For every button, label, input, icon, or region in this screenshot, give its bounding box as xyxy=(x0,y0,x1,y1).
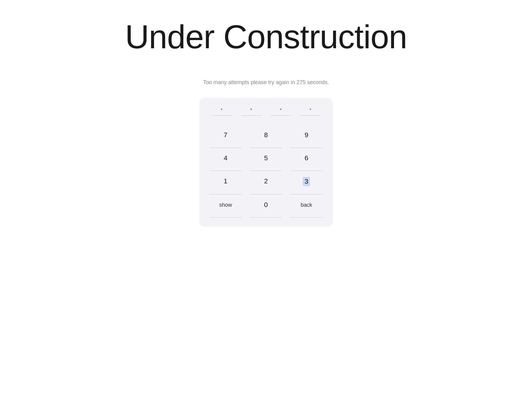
key-9[interactable]: 9 xyxy=(286,125,327,148)
pin-cell-1: * xyxy=(211,107,232,116)
pin-dot-4: * xyxy=(310,107,311,113)
pin-line-2 xyxy=(241,115,262,116)
key-4[interactable]: 4 xyxy=(205,148,246,171)
key-back-label: back xyxy=(301,201,312,209)
key-8[interactable]: 8 xyxy=(246,125,286,148)
key-0[interactable]: 0 xyxy=(246,195,286,218)
pin-dot-3: * xyxy=(280,107,281,113)
key-9-label: 9 xyxy=(305,131,308,139)
key-4-label: 4 xyxy=(224,154,227,162)
keypad-container: * * * * 7 8 9 4 5 xyxy=(199,98,333,227)
key-show[interactable]: show xyxy=(205,195,246,218)
keypad-grid: 7 8 9 4 5 6 1 2 3 show xyxy=(205,125,327,218)
key-8-label: 8 xyxy=(264,131,268,139)
key-back[interactable]: back xyxy=(286,195,327,218)
key-5-label: 5 xyxy=(264,154,268,162)
key-3[interactable]: 3 xyxy=(286,171,327,195)
message-text: Too many attempts please try again in 27… xyxy=(203,79,329,86)
pin-display: * * * * xyxy=(205,107,327,116)
key-2-label: 2 xyxy=(264,177,268,185)
page-title: Under Construction xyxy=(125,18,407,55)
pin-cell-4: * xyxy=(300,107,321,116)
key-0-label: 0 xyxy=(264,201,268,209)
key-6-label: 6 xyxy=(305,154,308,162)
pin-dot-1: * xyxy=(221,107,222,113)
key-5[interactable]: 5 xyxy=(246,148,286,171)
key-1[interactable]: 1 xyxy=(205,171,246,195)
pin-line-1 xyxy=(211,115,232,116)
key-6[interactable]: 6 xyxy=(286,148,327,171)
pin-dot-2: * xyxy=(251,107,252,113)
key-3-label: 3 xyxy=(303,177,310,186)
pin-line-4 xyxy=(300,115,321,116)
key-1-label: 1 xyxy=(224,177,227,185)
key-2[interactable]: 2 xyxy=(246,171,286,195)
key-show-label: show xyxy=(219,201,232,209)
key-7-label: 7 xyxy=(224,131,227,139)
pin-cell-2: * xyxy=(241,107,262,116)
pin-cell-3: * xyxy=(271,107,291,116)
key-7[interactable]: 7 xyxy=(205,125,246,148)
pin-line-3 xyxy=(271,115,291,116)
